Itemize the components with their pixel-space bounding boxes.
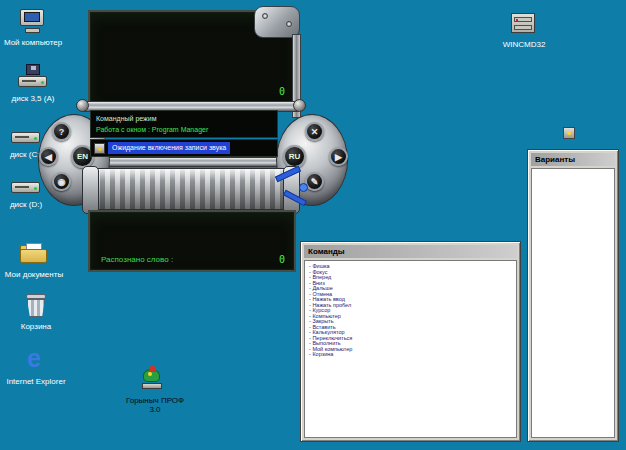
commands-window: Команды Фишка Фокус Вперед Вниз Дальше О… xyxy=(300,241,521,442)
variants-window-title: Варианты xyxy=(535,155,575,164)
mode-display: Командный режим Работа с окном : Program… xyxy=(90,110,278,138)
record-status-icon xyxy=(94,143,105,154)
icon-label: Корзина xyxy=(4,322,68,331)
commands-window-titlebar[interactable]: Команды xyxy=(304,245,517,258)
screw-icon xyxy=(286,21,292,27)
desktop-icon-internet-explorer[interactable]: Internet Explorer xyxy=(4,347,68,386)
eye-button[interactable]: ◉ xyxy=(52,172,71,191)
recognized-word-label: Распознано слово : xyxy=(101,255,173,264)
status-row: Ожидание включения записи звука xyxy=(90,139,278,157)
blue-accent xyxy=(299,183,308,192)
screw-icon xyxy=(262,13,268,19)
variants-window-client xyxy=(531,168,615,438)
icon-label: Горыныч ПРОФ 3.0 xyxy=(123,396,187,414)
variants-list xyxy=(532,169,614,175)
icon-label: Internet Explorer xyxy=(4,377,68,386)
commands-window-client: Фишка Фокус Вперед Вниз Дальше Отмена На… xyxy=(304,260,517,438)
lang-ru-button[interactable]: RU xyxy=(283,145,306,168)
commands-window-title: Команды xyxy=(308,247,345,256)
desktop-icon-recycle-bin[interactable]: Корзина xyxy=(4,292,68,331)
command-item[interactable]: Корзина xyxy=(309,352,512,358)
prev-button[interactable]: ◀ xyxy=(39,147,58,166)
desktop-icon-gorynych[interactable]: Горыныч ПРОФ 3.0 xyxy=(123,366,187,414)
desktop-icon-wincmd32[interactable]: WINCMD32 xyxy=(492,10,556,49)
rail-mid xyxy=(82,157,300,167)
close-button[interactable]: ✕ xyxy=(305,122,324,141)
hinge-icon xyxy=(76,99,89,112)
commands-list: Фишка Фокус Вперед Вниз Дальше Отмена На… xyxy=(305,261,516,361)
counter-bottom: 0 xyxy=(279,254,285,265)
gorynych-mini-icon[interactable] xyxy=(562,126,576,140)
gorynych-app: 0 ? ◀ ◉ EN ✕ ▶ ✎ RU Командный режим Рабо… xyxy=(36,8,352,274)
gorynych-program-icon xyxy=(139,366,171,394)
recycle-bin-icon xyxy=(20,292,52,320)
icon-label: WINCMD32 xyxy=(492,40,556,49)
counter-top: 0 xyxy=(279,86,285,97)
cylinder-cap xyxy=(82,166,99,214)
hinge-icon xyxy=(293,99,306,112)
wincmd32-icon xyxy=(508,10,540,38)
tape-cylinder xyxy=(84,168,298,210)
variants-window-titlebar[interactable]: Варианты xyxy=(531,153,615,166)
help-button[interactable]: ? xyxy=(52,122,71,141)
status-text: Ожидание включения записи звука xyxy=(108,142,230,154)
mode-line-1: Командный режим xyxy=(96,113,272,124)
internet-explorer-icon xyxy=(20,347,52,375)
tape-display-bottom: Распознано слово : 0 xyxy=(88,210,296,272)
mode-line-2: Работа с окном : Program Manager xyxy=(96,124,272,135)
variants-window: Варианты xyxy=(527,149,619,442)
next-button[interactable]: ▶ xyxy=(329,147,348,166)
